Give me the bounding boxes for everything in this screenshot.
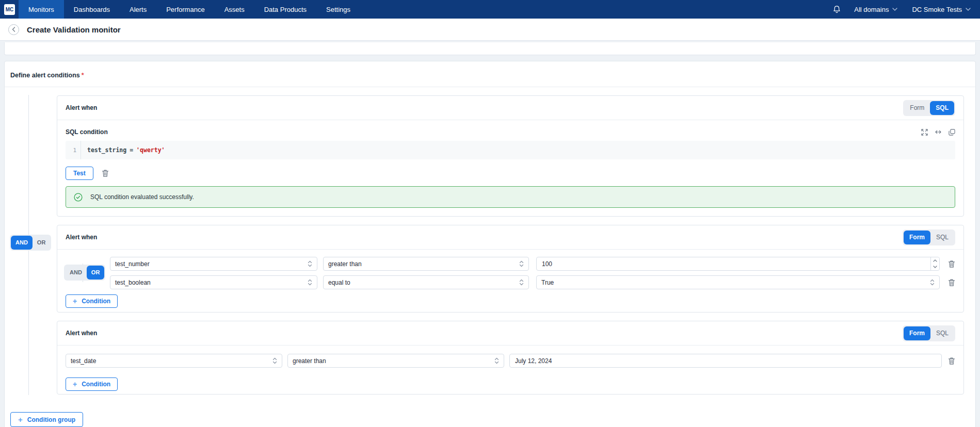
code-operator: = — [130, 146, 133, 154]
back-button[interactable] — [8, 24, 19, 35]
outer-combinator-toggle: AND OR — [10, 235, 51, 251]
expand-editor-icon[interactable] — [921, 129, 928, 136]
value-select-value: True — [541, 279, 554, 286]
operator-select-value: greater than — [293, 357, 326, 365]
form-mode-button[interactable]: Form — [904, 231, 930, 244]
chevron-down-icon — [966, 8, 971, 11]
chevron-down-icon — [892, 8, 897, 11]
condition-row: test_boolean equal to — [110, 275, 955, 289]
value-select[interactable]: True — [536, 275, 940, 289]
chevron-left-icon — [12, 27, 15, 32]
delete-condition-icon[interactable] — [948, 357, 955, 365]
stepper-up-icon[interactable] — [931, 257, 939, 264]
sql-condition-label: SQL condition — [66, 128, 108, 136]
outer-and-button[interactable]: AND — [11, 236, 33, 250]
nav-item-dashboards[interactable]: Dashboards — [64, 0, 120, 19]
select-chevrons-icon — [308, 260, 312, 267]
inner-combinator-toggle: AND OR — [64, 265, 105, 281]
add-condition-group-label: Condition group — [27, 417, 75, 423]
domain-selector[interactable]: All domains — [854, 6, 897, 13]
field-select[interactable]: test_boolean — [110, 275, 317, 289]
form-mode-button[interactable]: Form — [904, 101, 930, 115]
sql-mode-button[interactable]: SQL — [930, 231, 954, 244]
nav-item-data-products[interactable]: Data Products — [254, 0, 316, 19]
delete-sql-condition-icon[interactable] — [102, 169, 109, 177]
alert-conditions-card: Define alert conditions* AND OR Alert wh… — [4, 61, 976, 427]
select-chevrons-icon — [272, 357, 277, 364]
field-select-value: test_boolean — [115, 279, 151, 286]
sql-success-banner: SQL condition evaluated successfully. — [66, 186, 955, 208]
mode-toggle: Form SQL — [903, 100, 955, 116]
inner-or-button[interactable]: OR — [87, 266, 105, 280]
page-header: Create Validation monitor — [0, 19, 980, 41]
operator-select[interactable]: greater than — [323, 257, 529, 271]
sql-success-message: SQL condition evaluated successfully. — [90, 193, 194, 201]
plus-icon: + — [73, 381, 77, 388]
field-select[interactable]: test_number — [110, 257, 317, 271]
group-header: Alert when Form SQL — [57, 225, 963, 250]
logo-wrap: MC — [0, 0, 19, 19]
copy-icon[interactable] — [949, 129, 955, 136]
nav-item-monitors[interactable]: Monitors — [19, 0, 64, 19]
account-selector[interactable]: DC Smoke Tests — [912, 6, 971, 13]
test-button[interactable]: Test — [66, 167, 93, 180]
previous-section-card — [4, 42, 976, 55]
number-stepper — [930, 257, 939, 270]
group-header: Alert when Form SQL — [57, 321, 963, 346]
check-circle-icon — [74, 193, 83, 202]
add-condition-button[interactable]: + Condition — [66, 377, 118, 391]
condition-group-form-2: Alert when Form SQL test_date — [57, 321, 964, 395]
code-field: test_string — [87, 146, 126, 154]
notifications-bell-icon[interactable] — [833, 5, 841, 13]
sql-code-line: test_string = 'qwerty' — [81, 141, 165, 159]
operator-select-value: greater than — [328, 260, 362, 268]
condition-tree: AND OR Alert when Form SQL SQL condition — [5, 87, 975, 427]
add-condition-label: Condition — [82, 298, 110, 304]
field-select-value: test_number — [115, 260, 150, 268]
select-chevrons-icon — [930, 279, 935, 286]
account-selector-label: DC Smoke Tests — [912, 6, 962, 13]
delete-condition-icon[interactable] — [948, 278, 955, 287]
operator-select[interactable]: equal to — [323, 275, 529, 289]
nav-item-settings[interactable]: Settings — [316, 0, 360, 19]
field-select[interactable]: test_date — [66, 354, 282, 368]
sql-mode-button[interactable]: SQL — [930, 101, 954, 115]
group-title: Alert when — [66, 234, 97, 241]
page-title: Create Validation monitor — [27, 25, 121, 34]
top-nav: MC Monitors Dashboards Alerts Performanc… — [0, 0, 980, 19]
plus-icon: + — [73, 298, 77, 305]
section-title: Define alert conditions — [10, 72, 80, 79]
condition-row: test_number greater than — [110, 257, 955, 271]
group-header: Alert when Form SQL — [57, 96, 963, 120]
delete-condition-icon[interactable] — [948, 260, 955, 268]
select-chevrons-icon — [519, 260, 524, 267]
add-condition-button[interactable]: + Condition — [66, 294, 118, 308]
add-condition-label: Condition — [82, 381, 110, 387]
condition-group-form-1: Alert when Form SQL AND OR — [57, 225, 964, 313]
section-heading: Define alert conditions* — [5, 61, 975, 87]
group-title: Alert when — [66, 330, 97, 337]
value-date-input[interactable] — [509, 354, 942, 368]
line-number: 1 — [66, 141, 81, 159]
nav-item-assets[interactable]: Assets — [215, 0, 254, 19]
form-mode-button[interactable]: Form — [904, 326, 930, 340]
nav-item-performance[interactable]: Performance — [156, 0, 214, 19]
inner-and-button[interactable]: AND — [65, 266, 87, 280]
code-string-value: 'qwerty' — [136, 146, 165, 154]
editor-width-icon[interactable] — [935, 129, 942, 135]
add-condition-group-button[interactable]: + Condition group — [10, 412, 83, 427]
outer-or-button[interactable]: OR — [33, 236, 51, 250]
plus-icon: + — [18, 416, 23, 423]
sql-mode-button[interactable]: SQL — [930, 326, 954, 340]
select-chevrons-icon — [519, 279, 524, 286]
select-chevrons-icon — [308, 279, 312, 286]
operator-select[interactable]: greater than — [287, 354, 504, 368]
nav-item-alerts[interactable]: Alerts — [120, 0, 156, 19]
app-logo[interactable]: MC — [4, 4, 15, 15]
sql-code-editor[interactable]: 1 test_string = 'qwerty' — [66, 141, 955, 159]
mode-toggle: Form SQL — [903, 229, 955, 245]
condition-group-sql: Alert when Form SQL SQL condition — [57, 95, 964, 217]
select-chevrons-icon — [494, 357, 499, 364]
value-number-input[interactable] — [536, 257, 940, 271]
stepper-down-icon[interactable] — [931, 264, 939, 271]
